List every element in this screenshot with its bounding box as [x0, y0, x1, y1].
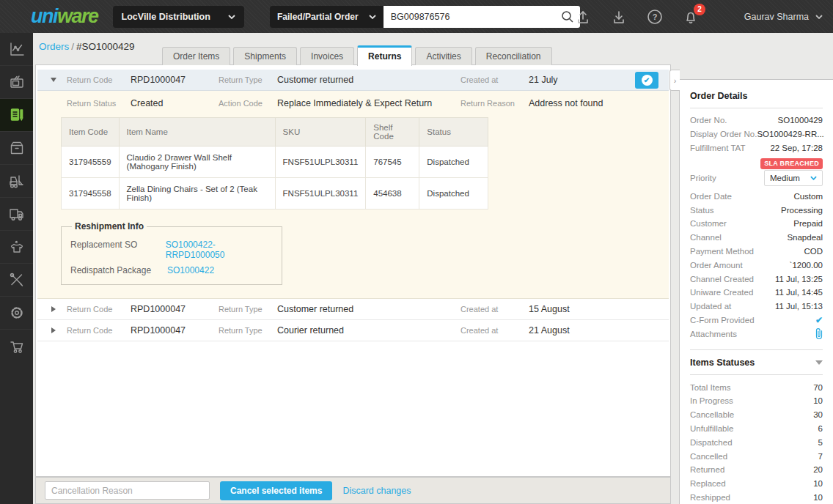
dispatched-label: Dispatched [690, 438, 733, 447]
cancellation-reason-input[interactable] [45, 481, 210, 500]
item-code: 317945558 [62, 178, 120, 210]
check-icon: ✔ [815, 315, 823, 325]
reshipped-label: Reshipped [690, 493, 730, 502]
breadcrumb: Orders/#SO1000429 [39, 41, 135, 52]
customer-value: Prepaid [793, 219, 823, 228]
approve-return-button[interactable]: ✔ [635, 72, 658, 89]
uniware-created-value: 11 Jul, 14:45 [775, 288, 823, 297]
replacement-so-link[interactable]: SO1000422-RRPD1000050 [166, 240, 273, 260]
check-icon: ✔ [642, 75, 653, 86]
return-status-label: Return Status [67, 99, 131, 108]
expand-caret-icon[interactable] [51, 327, 56, 333]
tv-icon [8, 73, 26, 91]
col-shelf-code: Shelf Code [366, 118, 419, 147]
collapse-caret-icon[interactable] [51, 78, 56, 82]
items-statuses-title: Items Statuses [690, 357, 755, 368]
sla-breached-badge: SLA BREACHED [760, 158, 823, 169]
notifications-button[interactable]: 2 [683, 9, 699, 25]
return-reason-label: Return Reason [460, 99, 529, 108]
discard-changes-link[interactable]: Discard changes [342, 486, 411, 496]
tab-invoices[interactable]: Invoices [300, 47, 354, 65]
item-shelf: 767545 [366, 147, 419, 178]
search-type-selector[interactable]: Failed/Partial Order [270, 6, 384, 28]
sidebar-item-channels[interactable] [0, 66, 33, 99]
notification-badge: 2 [694, 4, 705, 15]
return-code-value: RPD1000047 [131, 325, 219, 336]
sidebar-item-dispatch[interactable] [0, 198, 33, 231]
cancelled-value: 7 [818, 452, 823, 461]
collapse-triangle-icon[interactable] [815, 360, 823, 365]
paperclip-icon[interactable] [815, 328, 823, 339]
search-icon[interactable] [561, 10, 574, 23]
created-at-label: Created at [460, 326, 529, 335]
redispatch-package-link[interactable]: SO1000422 [167, 265, 214, 275]
cancelled-label: Cancelled [690, 452, 727, 461]
sidebar-item-tools[interactable] [0, 264, 33, 297]
tab-returns[interactable]: Returns [357, 45, 412, 66]
unfulfillable-value: 6 [818, 424, 823, 433]
return-row-header[interactable]: Return Code RPD1000047 Return Type Custo… [37, 299, 669, 320]
panel-collapse-handle[interactable]: › [669, 70, 680, 91]
item-shelf: 454638 [366, 178, 419, 210]
sidebar-item-purchase[interactable] [0, 330, 33, 363]
payment-method-value: COD [804, 247, 823, 256]
action-code-label: Action Code [219, 99, 277, 108]
expand-caret-icon[interactable] [51, 306, 56, 312]
facility-selector[interactable]: LocVille Distribution [113, 6, 244, 28]
order-date-value: Custom [793, 192, 823, 201]
display-order-no-label: Display Order No. [690, 130, 757, 138]
replacement-so-label: Replacement SO [70, 240, 166, 260]
items-statuses-header[interactable]: Items Statuses [690, 349, 823, 375]
tab-reconciliation[interactable]: Reconciliation [475, 47, 552, 65]
cancellable-value: 30 [813, 410, 823, 419]
return-reason-value: Address not found [529, 98, 622, 108]
return-row-header[interactable]: Return Code RPD1000047 Return Type Couri… [37, 320, 669, 341]
in-progress-value: 10 [813, 396, 823, 405]
download-button[interactable] [611, 9, 627, 25]
priority-select[interactable]: Medium [764, 170, 823, 186]
channel-created-label: Channel Created [690, 275, 754, 284]
order-amount-value: `1200.00 [790, 261, 823, 270]
tab-activities[interactable]: Activities [415, 47, 471, 65]
truck-icon [7, 204, 26, 223]
user-name: Gaurav Sharma [744, 12, 809, 22]
created-at-value: 21 August [529, 325, 622, 336]
order-no-value: SO1000429 [778, 116, 823, 125]
updated-at-value: 11 Jul, 15:13 [775, 302, 823, 311]
return-type-label: Return Type [219, 326, 277, 335]
return-items-table: Item Code Item Name SKU Shelf Code Statu… [61, 117, 488, 210]
search-input[interactable] [384, 6, 580, 28]
return-row-header[interactable]: Return Code RPD1000047 Return Type Custo… [37, 70, 669, 91]
action-code-value: Replace Immediately & Expect Return [277, 98, 460, 108]
return-code-label: Return Code [67, 326, 131, 335]
help-icon: ? [647, 9, 663, 25]
reshipment-info-title: Reshipment Info [72, 221, 147, 231]
sidebar-item-orders[interactable] [0, 99, 33, 132]
item-status: Dispatched [419, 147, 488, 178]
col-item-name: Item Name [119, 118, 275, 147]
sidebar-item-fulfillment[interactable] [0, 165, 33, 198]
search-type-label: Failed/Partial Order [277, 12, 359, 22]
sidebar-item-catalog[interactable] [0, 231, 33, 264]
breadcrumb-separator: / [71, 41, 74, 52]
help-button[interactable]: ? [647, 9, 663, 25]
action-footer: Cancel selected items Discard changes [35, 477, 671, 504]
upload-button[interactable] [575, 9, 591, 25]
created-at-value: 15 August [529, 304, 622, 314]
order-details-title: Order Details [690, 91, 823, 108]
sidebar-item-settings[interactable] [0, 297, 33, 330]
created-at-label: Created at [460, 75, 529, 84]
created-at-label: Created at [460, 305, 529, 314]
tab-shipments[interactable]: Shipments [233, 47, 297, 65]
sidebar-item-inventory[interactable] [0, 132, 33, 165]
return-code-label: Return Code [67, 305, 131, 314]
order-details-panel: › Order Details Order No. SO1000429 Disp… [679, 79, 833, 504]
top-icon-cluster: ? 2 [575, 0, 699, 33]
breadcrumb-orders-link[interactable]: Orders [39, 41, 69, 52]
tab-order-items[interactable]: Order Items [162, 47, 230, 65]
order-no-label: Order No. [690, 116, 727, 125]
cancel-selected-items-button[interactable]: Cancel selected items [220, 481, 332, 500]
sidebar-item-analytics[interactable] [0, 33, 33, 66]
status-label: Status [690, 206, 714, 215]
user-menu[interactable]: Gaurav Sharma [744, 0, 823, 33]
